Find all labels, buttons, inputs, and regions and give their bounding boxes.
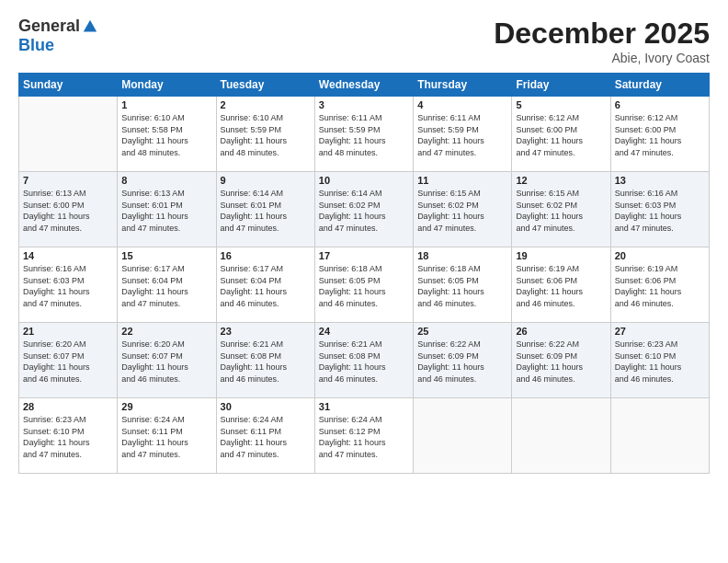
day-number: 14 [23, 250, 113, 261]
header-wednesday: Wednesday [314, 74, 413, 97]
header-saturday: Saturday [610, 74, 709, 97]
header-sunday: Sunday [19, 74, 118, 97]
table-row: 29Sunrise: 6:24 AM Sunset: 6:11 PM Dayli… [118, 398, 216, 474]
day-info: Sunrise: 6:15 AM Sunset: 6:02 PM Dayligh… [516, 188, 606, 234]
day-info: Sunrise: 6:17 AM Sunset: 6:04 PM Dayligh… [121, 263, 211, 309]
table-row: 8Sunrise: 6:13 AM Sunset: 6:01 PM Daylig… [118, 172, 216, 247]
day-number: 29 [121, 401, 211, 412]
calendar-week-3: 14Sunrise: 6:16 AM Sunset: 6:03 PM Dayli… [19, 247, 710, 323]
day-info: Sunrise: 6:18 AM Sunset: 6:05 PM Dayligh… [319, 263, 409, 309]
day-number: 27 [615, 326, 705, 337]
day-number: 3 [319, 99, 409, 110]
day-number: 31 [319, 401, 409, 412]
day-info: Sunrise: 6:12 AM Sunset: 6:00 PM Dayligh… [516, 112, 606, 158]
table-row: 23Sunrise: 6:21 AM Sunset: 6:08 PM Dayli… [216, 323, 314, 398]
day-info: Sunrise: 6:21 AM Sunset: 6:08 PM Dayligh… [221, 339, 311, 385]
day-number: 13 [615, 175, 705, 186]
day-number: 17 [319, 250, 409, 261]
table-row: 10Sunrise: 6:14 AM Sunset: 6:02 PM Dayli… [314, 172, 413, 247]
day-info: Sunrise: 6:18 AM Sunset: 6:05 PM Dayligh… [417, 263, 507, 309]
table-row: 17Sunrise: 6:18 AM Sunset: 6:05 PM Dayli… [314, 247, 413, 323]
table-row: 16Sunrise: 6:17 AM Sunset: 6:04 PM Dayli… [216, 247, 314, 323]
calendar-week-4: 21Sunrise: 6:20 AM Sunset: 6:07 PM Dayli… [19, 323, 710, 398]
table-row: 27Sunrise: 6:23 AM Sunset: 6:10 PM Dayli… [610, 323, 709, 398]
table-row: 7Sunrise: 6:13 AM Sunset: 6:00 PM Daylig… [19, 172, 118, 247]
day-info: Sunrise: 6:10 AM Sunset: 5:58 PM Dayligh… [121, 112, 211, 158]
page-header: General Blue December 2025 Abie, Ivory C… [18, 17, 710, 65]
table-row: 4Sunrise: 6:11 AM Sunset: 5:59 PM Daylig… [414, 97, 512, 172]
table-row: 28Sunrise: 6:23 AM Sunset: 6:10 PM Dayli… [19, 398, 118, 474]
day-info: Sunrise: 6:22 AM Sunset: 6:09 PM Dayligh… [516, 339, 606, 385]
day-info: Sunrise: 6:21 AM Sunset: 6:08 PM Dayligh… [319, 339, 409, 385]
day-info: Sunrise: 6:20 AM Sunset: 6:07 PM Dayligh… [23, 339, 113, 385]
day-number: 10 [319, 175, 409, 186]
table-row: 30Sunrise: 6:24 AM Sunset: 6:11 PM Dayli… [216, 398, 314, 474]
day-number: 9 [221, 175, 311, 186]
day-number: 6 [615, 99, 705, 110]
day-info: Sunrise: 6:14 AM Sunset: 6:02 PM Dayligh… [319, 188, 409, 234]
day-number: 25 [417, 326, 507, 337]
title-area: December 2025 Abie, Ivory Coast [494, 17, 710, 65]
day-info: Sunrise: 6:19 AM Sunset: 6:06 PM Dayligh… [615, 263, 705, 309]
table-row [610, 398, 709, 474]
day-info: Sunrise: 6:13 AM Sunset: 6:01 PM Dayligh… [121, 188, 211, 234]
day-number: 1 [121, 99, 211, 110]
day-number: 4 [417, 99, 507, 110]
day-number: 16 [221, 250, 311, 261]
day-info: Sunrise: 6:13 AM Sunset: 6:00 PM Dayligh… [23, 188, 113, 234]
day-number: 5 [516, 99, 606, 110]
day-number: 15 [121, 250, 211, 261]
table-row: 25Sunrise: 6:22 AM Sunset: 6:09 PM Dayli… [414, 323, 512, 398]
day-number: 26 [516, 326, 606, 337]
day-info: Sunrise: 6:15 AM Sunset: 6:02 PM Dayligh… [417, 188, 507, 234]
day-info: Sunrise: 6:11 AM Sunset: 5:59 PM Dayligh… [319, 112, 409, 158]
day-number: 30 [221, 401, 311, 412]
table-row: 1Sunrise: 6:10 AM Sunset: 5:58 PM Daylig… [118, 97, 216, 172]
day-number: 21 [23, 326, 113, 337]
calendar-week-2: 7Sunrise: 6:13 AM Sunset: 6:00 PM Daylig… [19, 172, 710, 247]
day-number: 28 [23, 401, 113, 412]
day-info: Sunrise: 6:24 AM Sunset: 6:11 PM Dayligh… [221, 414, 311, 460]
day-number: 20 [615, 250, 705, 261]
table-row: 12Sunrise: 6:15 AM Sunset: 6:02 PM Dayli… [512, 172, 610, 247]
month-title: December 2025 [494, 17, 710, 51]
day-number: 23 [221, 326, 311, 337]
day-info: Sunrise: 6:20 AM Sunset: 6:07 PM Dayligh… [121, 339, 211, 385]
table-row [512, 398, 610, 474]
table-row: 11Sunrise: 6:15 AM Sunset: 6:02 PM Dayli… [414, 172, 512, 247]
day-number: 7 [23, 175, 113, 186]
table-row: 19Sunrise: 6:19 AM Sunset: 6:06 PM Dayli… [512, 247, 610, 323]
day-info: Sunrise: 6:16 AM Sunset: 6:03 PM Dayligh… [23, 263, 113, 309]
calendar-table: Sunday Monday Tuesday Wednesday Thursday… [18, 73, 710, 474]
logo-blue: Blue [18, 36, 54, 55]
day-number: 18 [417, 250, 507, 261]
day-info: Sunrise: 6:23 AM Sunset: 6:10 PM Dayligh… [23, 414, 113, 460]
header-tuesday: Tuesday [216, 74, 314, 97]
day-info: Sunrise: 6:16 AM Sunset: 6:03 PM Dayligh… [615, 188, 705, 234]
table-row: 2Sunrise: 6:10 AM Sunset: 5:59 PM Daylig… [216, 97, 314, 172]
day-number: 19 [516, 250, 606, 261]
day-info: Sunrise: 6:10 AM Sunset: 5:59 PM Dayligh… [221, 112, 311, 158]
table-row: 21Sunrise: 6:20 AM Sunset: 6:07 PM Dayli… [19, 323, 118, 398]
table-row: 13Sunrise: 6:16 AM Sunset: 6:03 PM Dayli… [610, 172, 709, 247]
header-friday: Friday [512, 74, 610, 97]
svg-marker-0 [84, 19, 97, 31]
day-number: 11 [417, 175, 507, 186]
logo-general: General [18, 17, 80, 36]
location-subtitle: Abie, Ivory Coast [494, 51, 710, 65]
calendar-week-5: 28Sunrise: 6:23 AM Sunset: 6:10 PM Dayli… [19, 398, 710, 474]
day-number: 8 [121, 175, 211, 186]
day-info: Sunrise: 6:22 AM Sunset: 6:09 PM Dayligh… [417, 339, 507, 385]
table-row: 22Sunrise: 6:20 AM Sunset: 6:07 PM Dayli… [118, 323, 216, 398]
logo-icon [82, 18, 98, 35]
table-row: 9Sunrise: 6:14 AM Sunset: 6:01 PM Daylig… [216, 172, 314, 247]
day-info: Sunrise: 6:23 AM Sunset: 6:10 PM Dayligh… [615, 339, 705, 385]
day-info: Sunrise: 6:12 AM Sunset: 6:00 PM Dayligh… [615, 112, 705, 158]
table-row: 26Sunrise: 6:22 AM Sunset: 6:09 PM Dayli… [512, 323, 610, 398]
table-row: 3Sunrise: 6:11 AM Sunset: 5:59 PM Daylig… [314, 97, 413, 172]
calendar-week-1: 1Sunrise: 6:10 AM Sunset: 5:58 PM Daylig… [19, 97, 710, 172]
day-info: Sunrise: 6:19 AM Sunset: 6:06 PM Dayligh… [516, 263, 606, 309]
day-number: 24 [319, 326, 409, 337]
calendar-page: General Blue December 2025 Abie, Ivory C… [0, 0, 728, 563]
table-row: 20Sunrise: 6:19 AM Sunset: 6:06 PM Dayli… [610, 247, 709, 323]
